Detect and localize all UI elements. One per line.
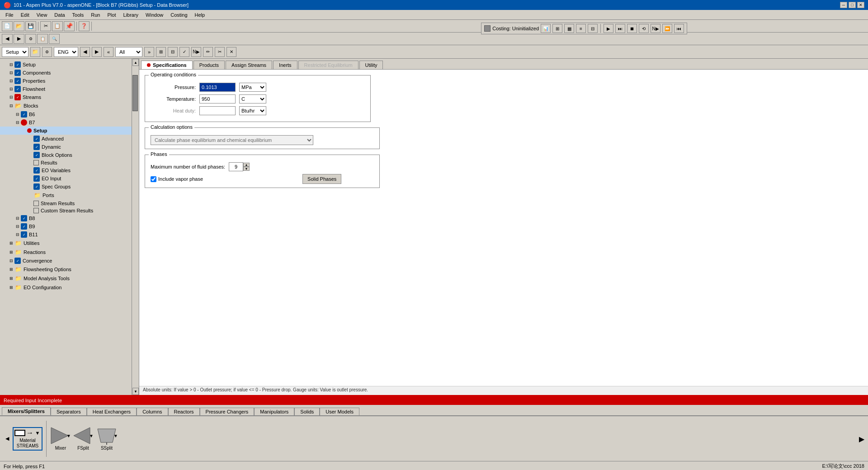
tree-item-eo-config[interactable]: ⊞ 📁 EO Configuration bbox=[0, 283, 132, 292]
tree-item-eo-input[interactable]: ✓ EO Input bbox=[0, 174, 132, 183]
spinner-down[interactable]: ▼ bbox=[243, 167, 250, 171]
btab-manipulators[interactable]: Manipulators bbox=[254, 408, 294, 415]
menu-plot[interactable]: Plot bbox=[104, 11, 119, 19]
expand-reactions[interactable]: ⊞ bbox=[8, 249, 14, 255]
menu-edit[interactable]: Edit bbox=[17, 11, 33, 19]
max-phases-spinner[interactable]: ▲ ▼ bbox=[229, 162, 250, 171]
btab-mixers[interactable]: Mixers/Splitters bbox=[2, 407, 51, 415]
spinner-up[interactable]: ▲ bbox=[243, 163, 250, 167]
tree-item-setup[interactable]: ⊟ ✓ Setup bbox=[0, 61, 132, 69]
tree-item-properties[interactable]: ⊟ ✓ Properties bbox=[0, 77, 132, 85]
fwd-btn[interactable]: ⏩ bbox=[662, 24, 672, 33]
expand-components[interactable]: ⊟ bbox=[8, 70, 14, 76]
tree-item-ports[interactable]: 📁 Ports bbox=[0, 191, 132, 200]
tree-item-blocks[interactable]: ⊟ 📂 Blocks bbox=[0, 101, 132, 110]
tree-item-components[interactable]: ⊟ ✓ Components bbox=[0, 69, 132, 77]
tree-item-b9[interactable]: ⊟ ✓ B9 bbox=[0, 222, 132, 230]
stop-btn[interactable]: ⏹ bbox=[627, 24, 637, 33]
expand-flowsheet[interactable]: ⊟ bbox=[8, 86, 14, 92]
expand-model-analysis[interactable]: ⊞ bbox=[8, 275, 14, 282]
costing-btn-2[interactable]: ⊞ bbox=[552, 24, 562, 33]
step-btn[interactable]: ⏭ bbox=[615, 24, 625, 33]
expand-convergence[interactable]: ⊟ bbox=[8, 258, 14, 264]
expand-flowsheeting[interactable]: ⊞ bbox=[8, 266, 14, 273]
ssplit-item[interactable]: ▼ SSplit bbox=[95, 427, 118, 451]
tab-utility[interactable]: Utility bbox=[359, 61, 383, 69]
nav-config-btn[interactable]: ⚙ bbox=[42, 47, 52, 57]
tree-item-flowsheeting[interactable]: ⊞ 📁 Flowsheeting Options bbox=[0, 265, 132, 274]
left-scrollbar[interactable]: ▲ ▼ bbox=[132, 59, 139, 395]
ssplit-dropdown[interactable]: ▼ bbox=[113, 433, 118, 438]
menu-library[interactable]: Library bbox=[119, 11, 142, 19]
range-dropdown[interactable]: All bbox=[115, 47, 142, 57]
unit-system-dropdown[interactable]: ENG bbox=[54, 47, 78, 57]
tree-item-b11[interactable]: ⊟ ✓ B11 bbox=[0, 230, 132, 239]
max-phases-input[interactable] bbox=[229, 162, 243, 171]
include-vapor-checkbox[interactable] bbox=[151, 176, 156, 182]
expand-streams[interactable]: ⊟ bbox=[8, 94, 14, 100]
tree-item-b8[interactable]: ⊟ ✓ B8 bbox=[0, 214, 132, 222]
fwd-button[interactable]: ▶ bbox=[14, 34, 24, 44]
specs-button[interactable]: 📋 bbox=[37, 34, 48, 44]
tab-products[interactable]: Products bbox=[193, 61, 225, 69]
end-btn[interactable]: ⏮ bbox=[674, 24, 684, 33]
save-button[interactable]: 💾 bbox=[25, 21, 36, 31]
next-btn[interactable]: N▶ bbox=[651, 24, 660, 33]
nav-N-btn[interactable]: N▶ bbox=[191, 47, 201, 57]
tree-item-dynamic[interactable]: ✓ Dynamic bbox=[0, 143, 132, 151]
expand-utilities[interactable]: ⊞ bbox=[8, 240, 14, 246]
menu-run[interactable]: Run bbox=[87, 11, 104, 19]
expand-b6[interactable]: ⊟ bbox=[14, 111, 21, 118]
paste-button[interactable]: 📌 bbox=[64, 21, 75, 31]
query-button[interactable]: 🔍 bbox=[49, 34, 60, 44]
expand-setup[interactable]: ⊟ bbox=[8, 61, 14, 68]
tree-item-reactions[interactable]: ⊞ 📁 Reactions bbox=[0, 248, 132, 257]
tree-item-results[interactable]: Results bbox=[0, 159, 132, 166]
btab-solids[interactable]: Solids bbox=[294, 408, 320, 415]
scroll-thumb[interactable] bbox=[132, 75, 138, 111]
nav-check-btn[interactable]: ✓ bbox=[179, 47, 189, 57]
btab-pressure-changers[interactable]: Pressure Changers bbox=[200, 408, 255, 415]
nav-pencil-btn[interactable]: ✏ bbox=[203, 47, 213, 57]
costing-btn-1[interactable]: 📊 bbox=[541, 24, 551, 33]
mat-dropdown[interactable]: ▼ bbox=[34, 430, 41, 436]
expand-eo-config[interactable]: ⊞ bbox=[8, 284, 14, 291]
nav-x-btn[interactable]: ✕ bbox=[226, 47, 236, 57]
btab-user-models[interactable]: User Models bbox=[320, 408, 359, 415]
tree-item-streams[interactable]: ⊟ ✓ Streams bbox=[0, 93, 132, 101]
tab-specifications[interactable]: Specifications bbox=[141, 61, 193, 69]
nav-fwd-btn[interactable]: ▶ bbox=[92, 47, 102, 57]
scroll-up-btn[interactable]: ▲ bbox=[132, 59, 139, 66]
expand-properties[interactable]: ⊟ bbox=[8, 78, 14, 84]
btab-separators[interactable]: Separators bbox=[51, 408, 87, 415]
new-button[interactable]: 📄 bbox=[2, 21, 13, 31]
rewind-btn[interactable]: ⟲ bbox=[639, 24, 649, 33]
fsplit-dropdown[interactable]: ▼ bbox=[89, 433, 94, 438]
fsplit-item[interactable]: ▼ FSplit bbox=[73, 427, 94, 451]
menu-file[interactable]: File bbox=[2, 11, 17, 19]
maximize-button[interactable]: □ bbox=[849, 2, 856, 8]
nav-table-btn[interactable]: ⊟ bbox=[168, 47, 178, 57]
mixer-dropdown[interactable]: ▼ bbox=[66, 433, 71, 438]
material-streams-item[interactable]: → ▼ MaterialSTREAMS bbox=[13, 427, 42, 451]
expand-b11[interactable]: ⊟ bbox=[14, 231, 21, 238]
solid-phases-button[interactable]: Solid Phases bbox=[302, 174, 341, 184]
mixer-item[interactable]: ▼ Mixer bbox=[50, 427, 71, 451]
tab-inerts[interactable]: Inerts bbox=[273, 61, 297, 69]
tree-item-model-analysis[interactable]: ⊞ 📁 Model Analysis Tools bbox=[0, 274, 132, 283]
nav-prev-btn[interactable]: « bbox=[104, 47, 113, 57]
close-button[interactable]: ✕ bbox=[857, 2, 864, 8]
props-button[interactable]: ⚙ bbox=[25, 34, 36, 44]
menu-tools[interactable]: Tools bbox=[69, 11, 88, 19]
copy-button[interactable]: 📋 bbox=[52, 21, 63, 31]
btab-heat-exchangers[interactable]: Heat Exchangers bbox=[87, 408, 137, 415]
title-bar-controls[interactable]: ─ □ ✕ bbox=[840, 2, 864, 8]
menu-costing[interactable]: Costing bbox=[167, 11, 191, 19]
tree-item-utilities[interactable]: ⊞ 📁 Utilities bbox=[0, 239, 132, 248]
expand-b9[interactable]: ⊟ bbox=[14, 223, 21, 230]
nav-grid-btn[interactable]: ⊞ bbox=[156, 47, 166, 57]
minimize-button[interactable]: ─ bbox=[840, 2, 847, 8]
temperature-input[interactable] bbox=[199, 94, 236, 103]
open-button[interactable]: 📂 bbox=[14, 21, 24, 31]
costing-btn-5[interactable]: ⊟ bbox=[588, 24, 598, 33]
